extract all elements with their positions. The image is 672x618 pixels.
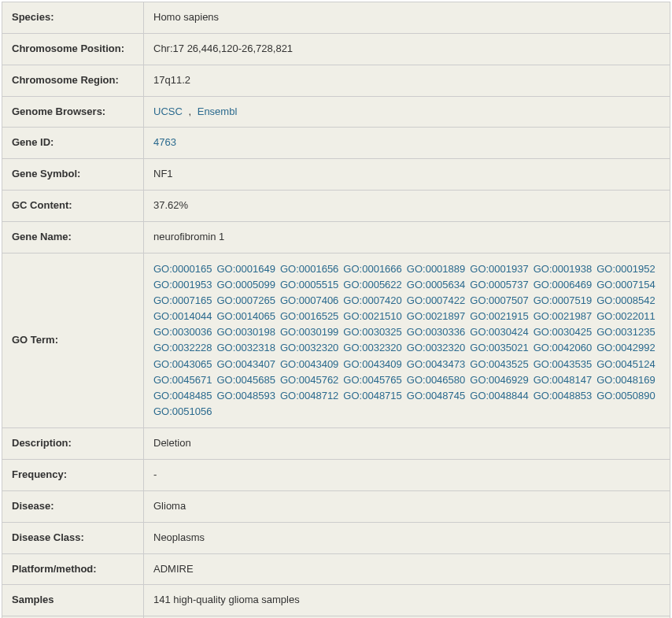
go-term-link[interactable]: GO:0007507	[470, 293, 528, 309]
go-term-link[interactable]: GO:0048844	[470, 388, 528, 404]
go-term-link[interactable]: GO:0035021	[470, 340, 528, 356]
go-term-link[interactable]: GO:0030199	[280, 324, 338, 340]
go-term-link[interactable]: GO:0030325	[343, 324, 401, 340]
label-disease: Disease:	[2, 491, 144, 522]
go-term-link[interactable]: GO:0043535	[534, 357, 592, 372]
go-term-link[interactable]: GO:0001656	[280, 261, 338, 277]
go-term-link[interactable]: GO:0005634	[407, 277, 465, 293]
go-term-link[interactable]: GO:0007422	[407, 293, 465, 309]
go-term-link[interactable]: GO:0051056	[153, 404, 212, 420]
go-term-link[interactable]: GO:0030336	[407, 324, 465, 340]
go-term-link[interactable]: GO:0005622	[343, 277, 401, 293]
go-term-link[interactable]: GO:0043407	[216, 357, 275, 372]
go-term-link[interactable]: GO:0001952	[596, 261, 655, 277]
ucsc-link[interactable]: UCSC	[153, 105, 183, 117]
go-term-link[interactable]: GO:0031235	[596, 324, 655, 340]
row-genome-browsers: Genome Browsers: UCSC , Ensembl	[2, 97, 670, 128]
go-term-link[interactable]: GO:0001666	[343, 261, 401, 277]
label-chromosome-region: Chromosome Region:	[2, 65, 144, 96]
go-term-link[interactable]: GO:0048715	[343, 388, 401, 404]
go-term-link[interactable]: GO:0045762	[280, 372, 338, 388]
go-term-link[interactable]: GO:0021987	[534, 309, 592, 324]
go-term-link[interactable]: GO:0032320	[343, 340, 401, 356]
go-term-link[interactable]: GO:0014044	[153, 309, 212, 324]
go-term-link[interactable]: GO:0001889	[407, 261, 465, 277]
label-gene-name: Gene Name:	[2, 222, 144, 253]
go-term-link[interactable]: GO:0007154	[596, 277, 655, 293]
go-term-link[interactable]: GO:0048147	[534, 372, 592, 388]
value-chromosome-region: 17q11.2	[144, 65, 670, 96]
go-term-link[interactable]: GO:0045685	[216, 372, 275, 388]
value-disease-class: Neoplasms	[144, 523, 670, 553]
go-term-link[interactable]: GO:0046929	[470, 372, 528, 388]
go-term-link[interactable]: GO:0048593	[216, 388, 275, 404]
value-samples: 141 high-quality glioma samples	[144, 585, 670, 616]
go-term-link[interactable]: GO:0050890	[596, 388, 655, 404]
label-gc-content: GC Content:	[2, 191, 144, 221]
go-term-link[interactable]: GO:0007265	[216, 293, 275, 309]
value-gc-content: 37.62%	[144, 191, 670, 221]
label-frequency: Frequency:	[2, 460, 144, 490]
go-term-link[interactable]: GO:0032320	[407, 340, 465, 356]
go-term-link[interactable]: GO:0030036	[153, 324, 212, 340]
value-gene-id: 4763	[144, 128, 670, 158]
go-term-link[interactable]: GO:0048485	[153, 388, 212, 404]
label-species: Species:	[2, 2, 144, 33]
go-term-link[interactable]: GO:0042060	[534, 340, 592, 356]
gene-id-link[interactable]: 4763	[153, 136, 176, 148]
go-term-link[interactable]: GO:0001937	[470, 261, 528, 277]
value-platform: ADMIRE	[144, 554, 670, 585]
go-term-link[interactable]: GO:0007406	[280, 293, 338, 309]
go-term-link[interactable]: GO:0043409	[343, 357, 401, 372]
go-term-link[interactable]: GO:0032318	[216, 340, 275, 356]
go-term-link[interactable]: GO:0030424	[470, 324, 528, 340]
value-genome-browsers: UCSC , Ensembl	[144, 97, 670, 128]
value-frequency: -	[144, 460, 670, 490]
go-term-link[interactable]: GO:0032320	[280, 340, 338, 356]
label-disease-class: Disease Class:	[2, 523, 144, 553]
go-term-link[interactable]: GO:0007420	[343, 293, 401, 309]
go-term-link[interactable]: GO:0016525	[280, 309, 338, 324]
go-term-link[interactable]: GO:0021897	[407, 309, 465, 324]
row-samples: Samples 141 high-quality glioma samples	[2, 585, 670, 616]
go-term-link[interactable]: GO:0005515	[280, 277, 338, 293]
go-terms-list: GO:0000165GO:0001649GO:0001656GO:0001666…	[153, 261, 660, 420]
go-term-link[interactable]: GO:0045765	[343, 372, 401, 388]
go-term-link[interactable]: GO:0005737	[470, 277, 528, 293]
go-term-link[interactable]: GO:0008542	[596, 293, 655, 309]
go-term-link[interactable]: GO:0001938	[534, 261, 592, 277]
go-term-link[interactable]: GO:0042992	[596, 340, 655, 356]
go-term-link[interactable]: GO:0030425	[534, 324, 592, 340]
go-term-link[interactable]: GO:0014065	[216, 309, 275, 324]
go-term-link[interactable]: GO:0048853	[534, 388, 592, 404]
value-gene-name: neurofibromin 1	[144, 222, 670, 253]
go-term-link[interactable]: GO:0045124	[596, 357, 655, 372]
go-term-link[interactable]: GO:0001649	[216, 261, 275, 277]
go-term-link[interactable]: GO:0005099	[216, 277, 275, 293]
go-term-link[interactable]: GO:0021915	[470, 309, 528, 324]
go-term-link[interactable]: GO:0048712	[280, 388, 338, 404]
go-term-link[interactable]: GO:0007519	[534, 293, 592, 309]
go-term-link[interactable]: GO:0048745	[407, 388, 465, 404]
go-term-link[interactable]: GO:0022011	[596, 309, 655, 324]
go-term-link[interactable]: GO:0030198	[216, 324, 275, 340]
ensembl-link[interactable]: Ensembl	[198, 105, 238, 117]
go-term-link[interactable]: GO:0001953	[153, 277, 212, 293]
go-term-link[interactable]: GO:0007165	[153, 293, 212, 309]
go-term-link[interactable]: GO:0000165	[153, 261, 212, 277]
go-term-link[interactable]: GO:0032228	[153, 340, 212, 356]
go-term-link[interactable]: GO:0021510	[343, 309, 401, 324]
go-term-link[interactable]: GO:0043525	[470, 357, 528, 372]
label-go-term: GO Term:	[2, 253, 144, 427]
value-species: Homo sapiens	[144, 2, 670, 33]
go-term-link[interactable]: GO:0043065	[153, 357, 212, 372]
go-term-link[interactable]: GO:0048169	[596, 372, 655, 388]
go-term-link[interactable]: GO:0046580	[407, 372, 465, 388]
go-term-link[interactable]: GO:0043473	[407, 357, 465, 372]
row-gene-name: Gene Name: neurofibromin 1	[2, 222, 670, 253]
go-term-link[interactable]: GO:0043409	[280, 357, 338, 372]
value-disease: Glioma	[144, 491, 670, 522]
row-gc-content: GC Content: 37.62%	[2, 191, 670, 222]
go-term-link[interactable]: GO:0006469	[534, 277, 592, 293]
go-term-link[interactable]: GO:0045671	[153, 372, 212, 388]
